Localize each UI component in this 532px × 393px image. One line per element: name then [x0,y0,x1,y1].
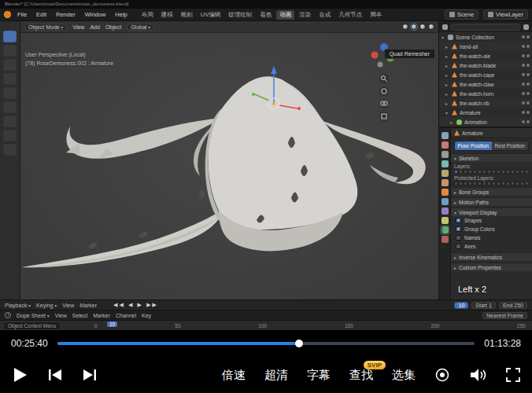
names-checkbox-row[interactable]: Names [451,233,532,242]
dopesheet-menu-key[interactable]: Key [142,313,151,318]
progress-bar[interactable] [57,342,475,345]
tool-transform[interactable] [3,101,17,113]
layer-cell[interactable] [468,182,472,185]
group-colors-checkbox-row[interactable]: Group Colors [451,225,532,233]
scene-selector[interactable]: Scene [445,9,478,20]
axes-checkbox-row[interactable]: Axes [451,242,532,251]
checkbox-icon[interactable] [456,235,461,241]
frame-start-field[interactable]: Start 1 [471,302,496,309]
outliner-row[interactable]: ▸the-watch-rib [439,98,532,108]
layer-cell[interactable] [525,170,529,174]
properties-tab-material[interactable] [441,236,449,243]
properties-tab-scene[interactable] [441,170,449,177]
tool-move[interactable] [3,59,17,71]
volume-button[interactable] [469,367,486,383]
properties-tab-constraints[interactable] [441,217,449,224]
workspace-tab-sculpt[interactable]: 雕刻 [178,10,196,20]
properties-tab-tool[interactable] [441,132,449,139]
previous-episode-button[interactable] [47,369,63,381]
layer-cell[interactable] [506,170,510,174]
workspace-tab-scripting[interactable]: 脚本 [367,10,385,20]
checkbox-icon[interactable] [456,244,461,249]
timeline-menu-playback[interactable]: Playback [5,303,31,308]
workspace-tab-shading[interactable]: 着色 [257,10,275,20]
menu-help[interactable]: Help [112,11,130,18]
render-visibility-icon[interactable] [526,111,530,114]
tool-select-box[interactable] [3,31,17,42]
outliner-row[interactable]: ▸Animation [439,117,532,127]
section-bone-groups[interactable]: Bone Groups [451,187,532,196]
tool-cursor[interactable] [3,45,17,57]
play-button[interactable] [11,366,28,384]
properties-tab-modifiers[interactable] [441,198,449,205]
layer-cell[interactable] [454,170,458,174]
playback-speed-button[interactable]: 倍速 [222,368,246,383]
shading-wireframe-icon[interactable] [402,24,408,30]
workspace-tab-animation[interactable]: 动画 [276,10,294,20]
vp-menu-object[interactable]: Object [105,24,121,30]
settings-button[interactable] [434,367,450,383]
outliner-row[interactable]: ▸the-watch-horn [439,89,532,98]
tool-rotate[interactable] [3,73,17,85]
nearest-frame-button[interactable]: Nearest Frame [482,312,527,319]
layer-cell[interactable] [478,170,482,174]
outliner-row[interactable]: ▸the-watch-cape [439,70,532,79]
layer-cell[interactable] [492,182,496,185]
section-viewport-display[interactable]: Viewport Display [451,208,532,216]
shading-material-icon[interactable] [419,24,426,30]
checkbox-icon[interactable] [456,218,461,223]
dopesheet-menu-select[interactable]: Select [72,313,87,318]
layer-cell[interactable] [454,182,458,185]
section-custom-properties[interactable]: Custom Properties [451,263,532,271]
layer-cell[interactable] [478,182,482,185]
properties-tab-world[interactable] [441,179,449,186]
menu-file[interactable]: File [14,11,30,18]
render-visibility-icon[interactable] [526,83,530,86]
hide-icon[interactable] [522,45,525,48]
hide-icon[interactable] [522,101,525,105]
workspace-tab-texture[interactable]: 纹理绘制 [225,10,255,20]
tool-measure[interactable] [3,130,17,141]
layer-cell[interactable] [511,182,515,185]
hide-icon[interactable] [522,120,525,123]
tool-annotate[interactable] [3,116,17,127]
outliner-row[interactable]: ▸the-watch-claw [439,79,532,89]
viewlayer-selector[interactable]: ViewLayer [483,9,528,20]
workspace-tab-layout[interactable]: 布局 [139,10,157,20]
hide-icon[interactable] [522,54,525,57]
layer-cell[interactable] [501,182,505,185]
progress-knob[interactable] [295,340,303,347]
layer-cell[interactable] [473,182,477,185]
hide-icon[interactable] [522,64,525,67]
workspace-tab-compositing[interactable]: 合成 [316,10,334,20]
render-visibility-icon[interactable] [526,92,530,95]
layer-cell[interactable] [459,170,463,174]
layer-cell[interactable] [497,182,501,185]
layer-cell[interactable] [511,170,515,174]
outliner-row[interactable]: ▸the-watch-blade [439,61,532,70]
layer-cell[interactable] [520,182,524,185]
pose-position-button[interactable]: Pose Position [455,141,492,150]
menu-render[interactable]: Render [53,11,79,18]
layer-cell[interactable] [515,170,519,174]
render-visibility-icon[interactable] [526,64,530,67]
properties-tab-output[interactable] [441,151,449,158]
fullscreen-button[interactable] [505,367,521,383]
vp-menu-add[interactable]: Add [90,24,99,30]
dopesheet-editor-icon[interactable] [5,312,11,318]
menu-edit[interactable]: Edit [33,11,50,18]
hide-icon[interactable] [522,73,525,76]
protected-layers-grid[interactable] [451,182,532,185]
tool-add-primitive[interactable] [3,144,17,156]
layer-cell[interactable] [501,170,505,174]
render-visibility-icon[interactable] [526,101,530,105]
render-visibility-icon[interactable] [526,120,530,123]
shading-solid-icon[interactable] [411,24,417,30]
viewport-3d[interactable]: Object Mode View Add Object Global [20,21,438,299]
outliner-row[interactable]: ▾Scene Collection [439,32,532,42]
outliner-filter-icon[interactable] [442,24,448,30]
blender-logo-icon[interactable] [4,11,11,18]
menu-window[interactable]: Window [82,11,109,18]
dopesheet-menu-marker[interactable]: Marker [93,313,110,318]
timeline-menu-marker[interactable]: Marker [79,303,97,308]
